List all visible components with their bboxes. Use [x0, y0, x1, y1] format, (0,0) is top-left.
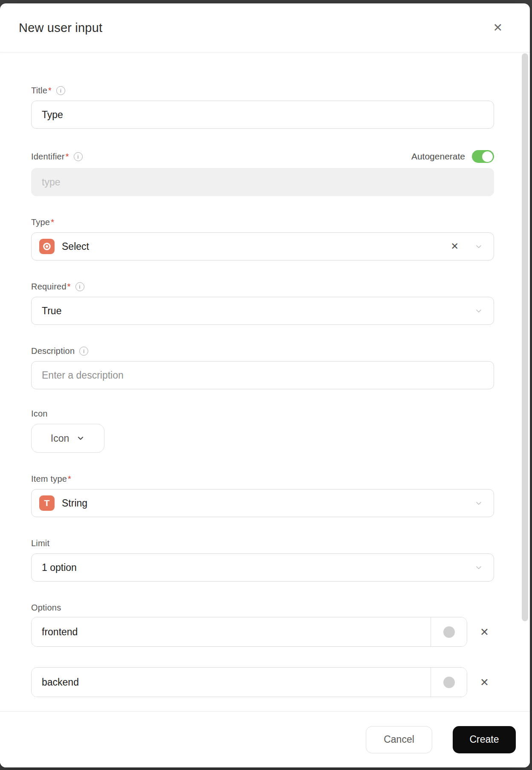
- autogenerate-wrap: Autogenerate: [411, 150, 494, 163]
- description-label-row: Description i: [31, 346, 494, 356]
- limit-field-group: Limit 1 option: [31, 538, 494, 582]
- option-field: [31, 667, 467, 697]
- info-icon[interactable]: i: [79, 347, 88, 356]
- info-icon[interactable]: i: [74, 152, 83, 161]
- description-input[interactable]: [31, 361, 494, 389]
- required-asterisk: *: [51, 217, 54, 227]
- string-type-icon: T: [39, 495, 55, 511]
- icon-field-group: Icon Icon: [31, 409, 494, 453]
- close-icon[interactable]: ✕: [490, 20, 505, 36]
- modal-body: Title* i Identifier* i Autogenerate: [0, 52, 530, 697]
- option-input[interactable]: [32, 668, 431, 697]
- required-asterisk: *: [67, 282, 71, 292]
- identifier-label-row: Identifier* i Autogenerate: [31, 150, 494, 163]
- options-label: Options: [31, 603, 61, 613]
- description-field-group: Description i: [31, 346, 494, 389]
- required-label: Required: [31, 282, 66, 292]
- required-select-value: True: [42, 305, 475, 317]
- autogenerate-label: Autogenerate: [411, 151, 465, 162]
- type-select[interactable]: Select ✕: [31, 232, 494, 261]
- chevron-down-icon: [475, 243, 483, 250]
- page-title: New user input: [19, 21, 102, 35]
- type-label-row: Type*: [31, 217, 494, 227]
- icon-dropdown-label: Icon: [51, 433, 69, 444]
- color-swatch-button[interactable]: [431, 668, 467, 697]
- color-swatch-icon: [443, 677, 455, 688]
- identifier-input[interactable]: [31, 168, 494, 196]
- option-input[interactable]: [32, 617, 431, 646]
- icon-label-row: Icon: [31, 409, 494, 419]
- icon-label: Icon: [31, 409, 48, 419]
- description-label: Description: [31, 346, 75, 356]
- cancel-button[interactable]: Cancel: [366, 726, 432, 753]
- type-label: Type: [31, 217, 50, 227]
- required-label-row: Required* i: [31, 282, 494, 292]
- color-swatch-icon: [443, 626, 455, 638]
- limit-label: Limit: [31, 538, 49, 548]
- required-select[interactable]: True: [31, 297, 494, 325]
- identifier-field-group: Identifier* i Autogenerate: [31, 150, 494, 196]
- option-row: ✕: [31, 617, 494, 647]
- target-icon: [42, 242, 52, 251]
- icon-dropdown-button[interactable]: Icon: [31, 424, 104, 453]
- chevron-down-icon: [475, 307, 483, 315]
- remove-option-icon[interactable]: ✕: [478, 625, 491, 639]
- create-button[interactable]: Create: [453, 726, 516, 753]
- info-icon[interactable]: i: [75, 282, 84, 291]
- type-field-group: Type* Select ✕: [31, 217, 494, 261]
- modal-header: New user input ✕: [0, 3, 530, 52]
- option-field: [31, 617, 467, 647]
- identifier-label: Identifier: [31, 152, 65, 162]
- options-field-group: Options ✕ ✕: [31, 603, 494, 697]
- item-type-label-row: Item type*: [31, 474, 494, 484]
- chevron-down-icon: [475, 564, 483, 571]
- color-swatch-button[interactable]: [431, 617, 467, 646]
- title-field-group: Title* i: [31, 86, 494, 129]
- chevron-down-icon: [76, 434, 85, 443]
- required-asterisk: *: [48, 86, 52, 96]
- title-label: Title: [31, 86, 47, 96]
- limit-select[interactable]: 1 option: [31, 553, 494, 582]
- required-field-group: Required* i True: [31, 282, 494, 325]
- toggle-knob: [482, 151, 493, 162]
- new-user-input-modal: New user input ✕ Title* i Identifier* i …: [0, 3, 530, 767]
- title-input[interactable]: [31, 101, 494, 129]
- autogenerate-toggle[interactable]: [472, 150, 494, 163]
- options-label-row: Options: [31, 603, 494, 613]
- item-type-label: Item type: [31, 474, 67, 484]
- chevron-down-icon: [475, 499, 483, 507]
- modal-footer: Cancel Create: [0, 711, 530, 767]
- required-asterisk: *: [68, 474, 71, 484]
- option-row: ✕: [31, 667, 494, 697]
- item-type-select-value: String: [62, 498, 475, 509]
- limit-label-row: Limit: [31, 538, 494, 548]
- item-type-select[interactable]: T String: [31, 489, 494, 517]
- title-label-row: Title* i: [31, 86, 494, 96]
- remove-option-icon[interactable]: ✕: [478, 675, 491, 689]
- identifier-label-wrap: Identifier* i: [31, 152, 83, 162]
- info-icon[interactable]: i: [56, 86, 65, 95]
- required-asterisk: *: [66, 152, 69, 162]
- select-type-icon: [39, 239, 55, 254]
- limit-select-value: 1 option: [42, 562, 475, 573]
- type-select-value: Select: [62, 241, 449, 252]
- clear-icon[interactable]: ✕: [449, 240, 460, 253]
- item-type-field-group: Item type* T String: [31, 474, 494, 517]
- scrollbar-thumb[interactable]: [522, 53, 528, 621]
